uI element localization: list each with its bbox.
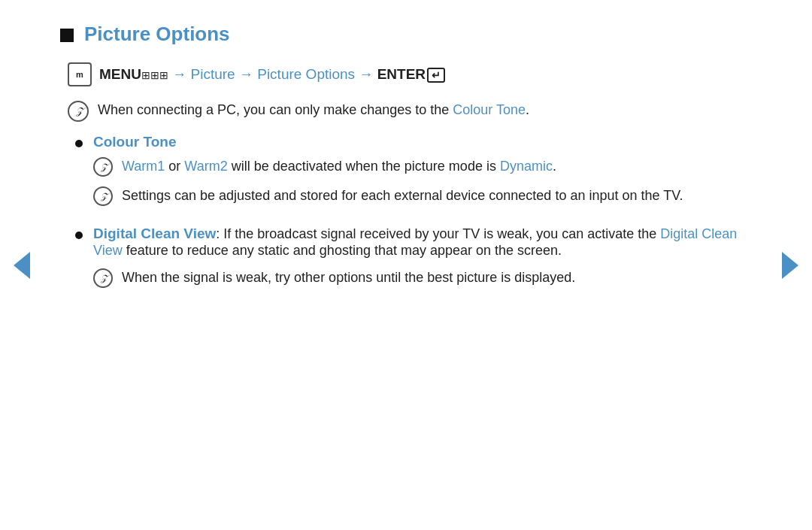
- menu-line: m MENU⊞⊞⊞ → Picture → Picture Options → …: [68, 62, 752, 86]
- colour-tone-content: Colour Tone 𝒵 Warm1 or Warm2 will be dea…: [93, 134, 752, 215]
- digital-clean-view-sub-notes: 𝒵 When the signal is weak, try other opt…: [93, 268, 752, 288]
- note-icon-warm: 𝒵: [93, 157, 113, 177]
- menu-icon: m: [68, 62, 92, 86]
- warm-note: 𝒵 Warm1 or Warm2 will be deactivated whe…: [93, 156, 752, 177]
- colour-tone-sub-notes: 𝒵 Warm1 or Warm2 will be deactivated whe…: [93, 156, 752, 206]
- colour-tone-label: Colour Tone: [93, 134, 752, 150]
- pc-note-text: When connecting a PC, you can only make …: [98, 100, 529, 120]
- settings-note: 𝒵 Settings can be adjusted and stored fo…: [93, 186, 752, 206]
- bullet-dot: [75, 140, 83, 147]
- signal-note: 𝒵 When the signal is weak, try other opt…: [93, 268, 752, 288]
- section-title: Picture Options: [60, 23, 752, 46]
- signal-note-text: When the signal is weak, try other optio…: [122, 268, 575, 288]
- bullet-section: Colour Tone 𝒵 Warm1 or Warm2 will be dea…: [75, 134, 752, 297]
- page-container: Picture Options m MENU⊞⊞⊞ → Picture → Pi…: [0, 0, 812, 530]
- section-icon: [60, 29, 74, 42]
- digital-clean-view-content: Digital Clean View: If the broadcast sig…: [93, 226, 752, 297]
- note-icon-settings: 𝒵: [93, 186, 113, 206]
- bullet-item-colour-tone: Colour Tone 𝒵 Warm1 or Warm2 will be dea…: [75, 134, 752, 215]
- nav-arrow-right[interactable]: [782, 252, 798, 279]
- page-title: Picture Options: [84, 23, 230, 46]
- settings-note-text: Settings can be adjusted and stored for …: [122, 186, 683, 206]
- bullet-item-digital-clean-view: Digital Clean View: If the broadcast sig…: [75, 226, 752, 297]
- nav-arrow-left[interactable]: [14, 252, 30, 279]
- pc-note-line: 𝒵 When connecting a PC, you can only mak…: [68, 100, 752, 122]
- note-icon-signal: 𝒵: [93, 268, 113, 288]
- note-icon-pc: 𝒵: [68, 101, 89, 122]
- digital-clean-view-label: Digital Clean View: If the broadcast sig…: [93, 226, 737, 258]
- enter-icon: ↵: [427, 68, 445, 83]
- warm-note-text: Warm1 or Warm2 will be deactivated when …: [122, 156, 556, 177]
- menu-text: MENU⊞⊞⊞ → Picture → Picture Options → EN…: [99, 66, 445, 83]
- bullet-dot-2: [75, 232, 83, 239]
